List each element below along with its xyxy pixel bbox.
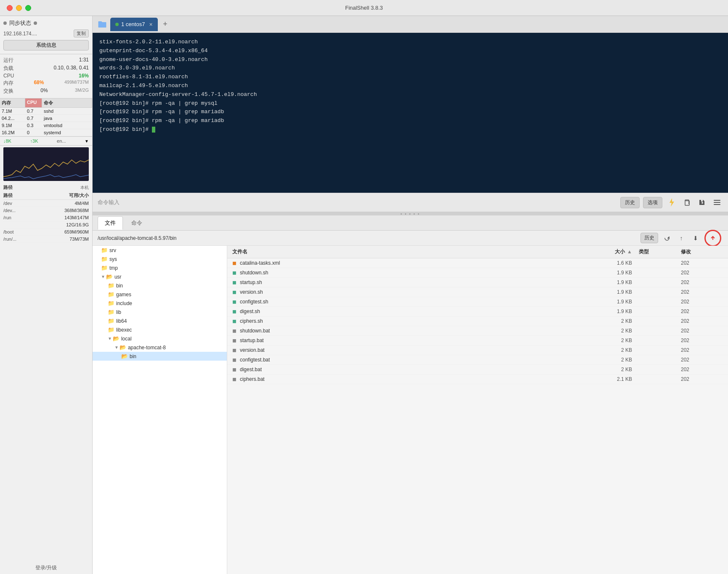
tab-file[interactable]: 文件 xyxy=(98,216,123,230)
network-section: ↓8K ↑3K en... ▼ xyxy=(0,136,92,146)
disk-avail-header: 可用/大小 xyxy=(51,192,89,199)
file-row[interactable]: ◼ digest.sh 1.9 KB 202 xyxy=(227,307,728,316)
sync-label: 同步状态 xyxy=(9,19,31,27)
file-row[interactable]: ◼ shutdown.bat 2 KB 202 xyxy=(227,326,728,336)
cmd-input-placeholder[interactable]: 命令输入 xyxy=(98,199,617,206)
tree-item-local[interactable]: ▼ 📂 local xyxy=(93,334,227,343)
network-chart xyxy=(3,147,89,181)
file-row[interactable]: ◼ shutdown.sh 1.9 KB 202 xyxy=(227,268,728,278)
file-size-header[interactable]: 大小 ▲ xyxy=(593,246,635,258)
tree-item-sys[interactable]: 📁 sys xyxy=(93,255,227,263)
terminal-line: stix-fonts-2.0.2-11.el9.noarch xyxy=(99,38,721,47)
file-row[interactable]: ◼ ciphers.sh 2 KB 202 xyxy=(227,316,728,326)
tab-command[interactable]: 命令 xyxy=(125,217,149,229)
tab-add-button[interactable]: + xyxy=(159,19,171,30)
sidebar-top: 同步状态 192.168.174.... 复制 系统信息 xyxy=(0,16,92,54)
up-dir-icon-button[interactable]: ↑ xyxy=(676,233,687,244)
tree-item-libexec[interactable]: 📁 libexec xyxy=(93,325,227,334)
ip-text: 192.168.174.... xyxy=(3,31,37,37)
menu-icon-button[interactable] xyxy=(711,197,723,208)
tree-item-tmp[interactable]: 📁 tmp xyxy=(93,263,227,272)
proc-mem: 04.2... xyxy=(0,115,25,122)
cursor xyxy=(152,127,155,133)
tree-item-bin-selected[interactable]: 📂 bin xyxy=(93,352,227,361)
terminal-line: rootfiles-8.1-31.el9.noarch xyxy=(99,73,721,82)
mem-detail: 499M/737M xyxy=(64,80,89,87)
file-tree: 📁 srv 📁 sys 📁 tmp ▼ 📂 usr xyxy=(93,246,227,574)
process-row[interactable]: 16.2M 0 systemd xyxy=(0,129,92,136)
local-header: 路径 本机 xyxy=(3,184,89,191)
upgrade-button[interactable]: 登录/升级 xyxy=(3,564,89,571)
folder-open-icon: 📂 xyxy=(113,335,120,342)
file-row[interactable]: ◼ configtest.sh 1.9 KB 202 xyxy=(227,297,728,307)
file-row[interactable]: ◼ version.bat 2 KB 202 xyxy=(227,345,728,355)
file-row[interactable]: ◼ version.sh 1.9 KB 202 xyxy=(227,287,728,297)
process-row[interactable]: 04.2... 0.7 java xyxy=(0,115,92,122)
upload-icon-button[interactable] xyxy=(704,230,721,247)
file-row[interactable]: ◼ configtest.bat 2 KB 202 xyxy=(227,355,728,365)
save-icon-button[interactable] xyxy=(696,197,708,208)
tree-item-lib[interactable]: 📁 lib xyxy=(93,308,227,316)
expand-icon: ▼ xyxy=(101,274,105,279)
process-row[interactable]: 7.1M 0.7 sshd xyxy=(0,108,92,115)
tab-close-button[interactable]: × xyxy=(149,21,152,28)
current-path: /usr/local/apache-tomcat-8.5.97/bin xyxy=(98,235,637,241)
resize-handle[interactable]: • • • • • xyxy=(93,212,728,215)
disk-row[interactable]: /run 143M/147M xyxy=(3,214,89,221)
folder-icon: 📁 xyxy=(101,256,108,262)
lightning-icon-button[interactable] xyxy=(666,197,678,208)
swap-detail: 3M/2G xyxy=(75,88,89,95)
tree-item-lib64[interactable]: 📁 lib64 xyxy=(93,316,227,325)
file-list: 文件名 大小 ▲ 类型 修改 xyxy=(227,246,728,574)
file-row[interactable]: ◼ startup.bat 2 KB 202 xyxy=(227,336,728,345)
history-button[interactable]: 历史 xyxy=(620,197,640,208)
process-row[interactable]: 9.1M 0.3 vmtoolsd xyxy=(0,122,92,129)
file-date-header[interactable]: 修改 xyxy=(678,246,728,258)
file-name-header[interactable]: 文件名 xyxy=(227,246,593,258)
options-button[interactable]: 选项 xyxy=(643,197,662,208)
swap-label: 交换 xyxy=(3,88,13,95)
file-type-header[interactable]: 类型 xyxy=(635,246,678,258)
file-row[interactable]: ◼ digest.bat 2 KB 202 xyxy=(227,365,728,375)
copy-button[interactable]: 复制 xyxy=(74,29,89,37)
disk-row[interactable]: /run/... 73M/73M xyxy=(3,236,89,243)
folder-open-icon: 📂 xyxy=(120,344,126,351)
disk-row[interactable]: /dev... 368M/368M xyxy=(3,207,89,214)
local-label: 本机 xyxy=(80,185,89,191)
proc-cmd: vmtoolsd xyxy=(42,122,92,129)
terminal[interactable]: stix-fonts-2.0.2-11.el9.noarch gutenprin… xyxy=(93,33,728,193)
net-dropdown[interactable]: ▼ xyxy=(85,139,89,144)
history-path-button[interactable]: 历史 xyxy=(640,233,658,243)
file-row[interactable]: ◼ ciphers.bat 2.1 KB 202 xyxy=(227,375,728,384)
net-up: ↑3K xyxy=(30,138,38,144)
refresh-icon-button[interactable] xyxy=(662,233,672,244)
maximize-button[interactable] xyxy=(25,5,31,11)
tree-item-include[interactable]: 📁 include xyxy=(93,299,227,308)
close-button[interactable] xyxy=(7,5,13,11)
tree-item-games[interactable]: 📁 games xyxy=(93,290,227,299)
app-body: 同步状态 192.168.174.... 复制 系统信息 运行 1:31 负载 … xyxy=(0,16,728,574)
net-label: en... xyxy=(57,138,66,144)
mem-row: 内存 68% 499M/737M xyxy=(3,80,89,87)
expand-icon: ▼ xyxy=(108,336,112,341)
main-area: 1 centos7 × + stix-fonts-2.0.2-11.el9.no… xyxy=(93,16,728,574)
tree-item-apache-tomcat[interactable]: ▼ 📂 apache-tomcat-8 xyxy=(93,343,227,352)
download-icon-button[interactable]: ⬇ xyxy=(690,233,701,244)
uptime-row: 运行 1:31 xyxy=(3,57,89,64)
disk-row[interactable]: /boot 659M/960M xyxy=(3,229,89,236)
proc-cmd: sshd xyxy=(42,108,92,114)
session-tab[interactable]: 1 centos7 × xyxy=(110,18,158,31)
sys-info-button[interactable]: 系统信息 xyxy=(3,40,89,50)
file-row[interactable]: ◼ startup.sh 1.9 KB 202 xyxy=(227,278,728,287)
minimize-button[interactable] xyxy=(16,5,22,11)
swap-row: 交换 0% 3M/2G xyxy=(3,88,89,95)
file-list-header: 文件名 大小 ▲ 类型 修改 xyxy=(227,246,728,258)
folder-open-icon: 📂 xyxy=(106,274,113,280)
copy-icon-button[interactable] xyxy=(681,197,693,208)
tree-item-srv[interactable]: 📁 srv xyxy=(93,246,227,255)
disk-row[interactable]: /dev 4M/4M xyxy=(3,200,89,207)
disk-row[interactable]: 12G/16.9G xyxy=(3,221,89,229)
tree-item-usr-bin[interactable]: 📁 bin xyxy=(93,281,227,290)
file-row[interactable]: ◼ catalina-tasks.xml 1.6 KB 202 xyxy=(227,258,728,268)
tree-item-usr[interactable]: ▼ 📂 usr xyxy=(93,272,227,281)
